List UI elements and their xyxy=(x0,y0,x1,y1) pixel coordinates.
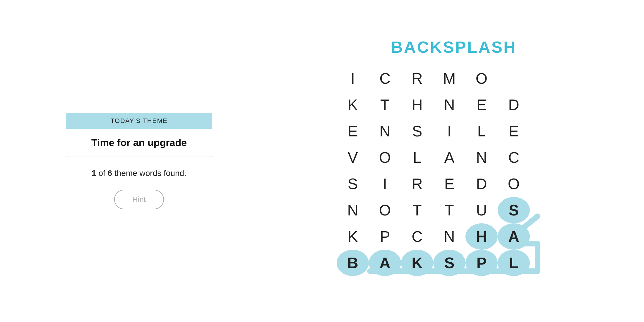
found-count: 1 xyxy=(92,169,96,178)
grid-cell[interactable]: N xyxy=(465,144,498,171)
grid-cell[interactable]: K xyxy=(337,223,369,250)
grid-cell[interactable]: D xyxy=(498,92,530,118)
grid-cell[interactable]: R xyxy=(401,171,433,197)
grid-cell[interactable]: V xyxy=(337,144,369,171)
theme-box: TODAY'S THEME Time for an upgrade xyxy=(66,113,212,157)
grid-cell[interactable]: T xyxy=(433,197,465,223)
grid-cell[interactable]: U xyxy=(465,197,498,223)
grid-wrapper: ICRMOKTHNEDENSILEVOLANCSIREDONOTTUSKPCNH… xyxy=(337,65,571,285)
grid-cell[interactable]: E xyxy=(465,92,498,118)
grid-cell[interactable]: I xyxy=(337,65,369,92)
grid-cell[interactable]: H xyxy=(401,92,433,118)
grid-cell[interactable] xyxy=(498,65,530,92)
grid-cell[interactable]: T xyxy=(401,197,433,223)
grid-cell[interactable]: A xyxy=(433,144,465,171)
grid-cell[interactable]: O xyxy=(369,197,401,223)
grid-cell[interactable]: M xyxy=(433,65,465,92)
grid-cell[interactable]: I xyxy=(369,171,401,197)
grid-cell[interactable]: E xyxy=(498,118,530,144)
grid-cell[interactable]: K xyxy=(401,250,433,276)
theme-header: TODAY'S THEME xyxy=(66,113,212,129)
grid-cell[interactable]: B xyxy=(337,250,369,276)
grid-cell[interactable]: L xyxy=(465,118,498,144)
right-panel: BACKSPLASH xyxy=(293,37,615,285)
found-text: 1 of 6 theme words found. xyxy=(92,169,186,178)
grid-cell[interactable]: N xyxy=(369,118,401,144)
grid-cell[interactable]: L xyxy=(401,144,433,171)
grid-cell[interactable]: H xyxy=(465,223,498,250)
grid-cell[interactable]: P xyxy=(465,250,498,276)
game-title: BACKSPLASH xyxy=(391,37,517,56)
left-panel: TODAY'S THEME Time for an upgrade 1 of 6… xyxy=(29,113,249,209)
grid-cell[interactable]: N xyxy=(433,92,465,118)
grid-cell[interactable]: A xyxy=(369,250,401,276)
grid-cell[interactable]: O xyxy=(498,171,530,197)
grid-cell[interactable]: D xyxy=(465,171,498,197)
grid-cell[interactable]: O xyxy=(369,144,401,171)
grid-cell[interactable]: E xyxy=(433,171,465,197)
grid-cell[interactable]: T xyxy=(369,92,401,118)
grid-cell[interactable]: N xyxy=(337,197,369,223)
main-container: TODAY'S THEME Time for an upgrade 1 of 6… xyxy=(29,29,615,293)
theme-body: Time for an upgrade xyxy=(66,129,212,157)
found-total: 6 xyxy=(108,169,112,178)
grid-cell[interactable]: C xyxy=(401,223,433,250)
hint-button[interactable]: Hint xyxy=(114,190,164,209)
grid-cell[interactable]: O xyxy=(465,65,498,92)
grid-cell[interactable]: S xyxy=(401,118,433,144)
grid-cell[interactable]: S xyxy=(498,197,530,223)
grid-cell[interactable]: I xyxy=(433,118,465,144)
grid-cell[interactable]: P xyxy=(369,223,401,250)
grid-cell[interactable]: A xyxy=(498,223,530,250)
found-of: of xyxy=(96,169,108,178)
found-suffix: theme words found. xyxy=(112,169,186,178)
grid-cell[interactable]: C xyxy=(498,144,530,171)
grid-cell[interactable]: E xyxy=(337,118,369,144)
grid-cell[interactable]: S xyxy=(433,250,465,276)
grid-cell[interactable]: S xyxy=(337,171,369,197)
grid-cell[interactable]: R xyxy=(401,65,433,92)
grid-cell[interactable]: L xyxy=(498,250,530,276)
grid-cell[interactable]: N xyxy=(433,223,465,250)
grid-cell[interactable]: C xyxy=(369,65,401,92)
letter-grid[interactable]: ICRMOKTHNEDENSILEVOLANCSIREDONOTTUSKPCNH… xyxy=(337,65,571,276)
grid-cell[interactable]: K xyxy=(337,92,369,118)
